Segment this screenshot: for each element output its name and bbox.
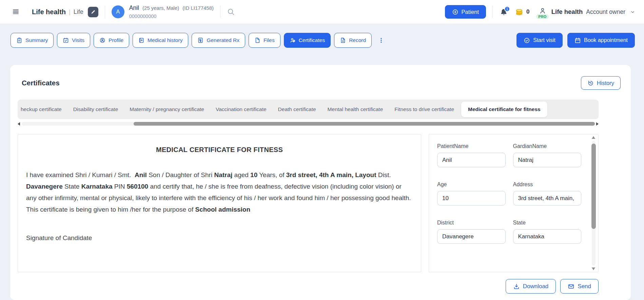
file-plus-icon	[340, 37, 346, 43]
field-label: PatientName	[437, 143, 506, 149]
scroll-right-arrow[interactable]	[596, 122, 599, 126]
field-state: State	[513, 220, 582, 244]
credits-count: 0	[526, 8, 529, 15]
book-appointment-label: Book appointment	[584, 37, 628, 43]
patient-tab-list: SummaryVisitsProfileMedical historyGener…	[11, 33, 375, 48]
check-circle-icon	[524, 37, 530, 44]
send-button[interactable]: Send	[560, 279, 599, 294]
divider	[492, 6, 493, 18]
tab-label: Visits	[72, 37, 84, 43]
tab-certificates[interactable]: Certificates	[284, 33, 331, 48]
certificate-text-segment: School admission	[195, 206, 250, 213]
scroll-down-arrow[interactable]	[592, 267, 595, 270]
start-visit-label: Start visit	[533, 37, 555, 43]
field-patientname: PatientName	[437, 143, 506, 167]
tab-record[interactable]: Record	[334, 33, 372, 48]
patient-phone: 0000000000	[129, 13, 214, 19]
person-circle-icon	[99, 37, 105, 43]
hamburger-menu-button[interactable]	[9, 5, 22, 19]
field-address: Address	[513, 181, 582, 206]
certificate-tab-fitness-to-drive-certificate[interactable]: Fitness to drive certificate	[389, 100, 460, 119]
certificate-text-segment: aged	[232, 171, 250, 178]
history-button[interactable]: History	[581, 76, 621, 90]
tab-generated-rx[interactable]: Generated Rx	[192, 33, 245, 48]
search-button[interactable]	[227, 8, 235, 16]
edit-clinic-button[interactable]	[88, 7, 98, 17]
field-label: District	[437, 220, 506, 226]
certificate-tab-death-certificate[interactable]: Death certificate	[272, 100, 322, 119]
start-visit-button[interactable]: Start visit	[516, 33, 563, 48]
clinic-divider: |	[69, 8, 71, 16]
patient-tab-bar: SummaryVisitsProfileMedical historyGener…	[0, 24, 644, 48]
certificate-text-segment: Son / Daughter of Shri	[147, 171, 214, 178]
send-icon	[568, 283, 574, 290]
divider	[105, 6, 105, 18]
certificate-type-tabs: heckup certificateDisability certificate…	[18, 100, 599, 119]
calendar-check-icon	[63, 37, 69, 43]
scroll-up-arrow[interactable]	[592, 136, 595, 139]
age-input[interactable]	[437, 191, 506, 206]
scrollbar-thumb[interactable]	[134, 122, 595, 126]
certificate-tab-heckup-certificate[interactable]: heckup certificate	[18, 100, 67, 119]
certificate-text-segment: I have examined Shri / Kumari / Smt.	[26, 171, 135, 178]
certificate-tab-mental-health-certificate[interactable]: Mental health certificate	[322, 100, 389, 119]
certificate-form: PatientNameGardianNameAgeAddressDistrict…	[429, 134, 599, 272]
scrollbar-thumb[interactable]	[591, 144, 596, 229]
patientname-input[interactable]	[437, 153, 506, 167]
pro-badge: PRO	[536, 14, 548, 19]
chevron-down-icon	[630, 9, 635, 15]
certificate-tab-medical-certificate-for-fitness[interactable]: Medical certificate for fitness	[461, 102, 547, 117]
coins-icon	[515, 7, 524, 16]
address-input[interactable]	[513, 191, 582, 206]
download-label: Download	[523, 283, 549, 290]
certificate-text-segment: 560100	[127, 183, 148, 190]
field-label: Age	[437, 181, 506, 188]
certificate-preview: MEDICAL CERTIFICATE FOR FITNESS I have e…	[18, 134, 421, 272]
certificate-body: I have examined Shri / Kumari / Smt. Ani…	[26, 169, 413, 215]
download-button[interactable]: Download	[506, 279, 556, 294]
kebab-icon	[378, 37, 385, 44]
patient-avatar[interactable]: A	[112, 5, 124, 18]
certificate-text-segment: State	[63, 183, 81, 190]
history-icon	[587, 80, 594, 86]
state-input[interactable]	[513, 229, 582, 244]
gardianname-input[interactable]	[513, 153, 582, 167]
clinic-subtitle: Life	[74, 8, 83, 16]
tab-medical-history[interactable]: Medical history	[133, 33, 188, 48]
certificate-tabs-scrollbar	[18, 122, 599, 126]
account-menu[interactable]: PRO Life health Account owner	[536, 5, 635, 19]
person-icon	[539, 7, 546, 15]
patient-info: Anil (25 years, Male) (ID LI177458) 0000…	[129, 4, 214, 20]
calendar-icon	[574, 37, 581, 44]
book-appointment-button[interactable]: Book appointment	[567, 33, 635, 48]
tab-label: Summary	[25, 37, 48, 43]
tab-summary[interactable]: Summary	[11, 33, 54, 48]
patient-meta: (25 years, Male)	[142, 5, 179, 12]
notifications-button[interactable]: 1	[500, 8, 508, 16]
add-patient-label: Patient	[462, 9, 479, 15]
district-input[interactable]	[437, 229, 506, 244]
page-title: Certificates	[22, 79, 60, 87]
certificate-title: MEDICAL CERTIFICATE FOR FITNESS	[26, 146, 413, 154]
certificate-tab-disability-certificate[interactable]: Disability certificate	[67, 100, 124, 119]
credits-button[interactable]: 0	[515, 7, 529, 16]
divider	[220, 6, 220, 18]
tab-label: Files	[264, 37, 275, 43]
add-patient-button[interactable]: Patient	[445, 5, 486, 19]
certificate-text-segment: 10	[250, 171, 257, 178]
patient-id: (ID LI177458)	[182, 5, 214, 12]
more-options-button[interactable]	[378, 37, 385, 44]
certificate-text-segment: Karnataka	[81, 183, 113, 190]
certificate-text-segment: 3rd street, 4th A main, Layout	[286, 171, 376, 178]
certificate-icon	[290, 37, 296, 43]
tab-files[interactable]: Files	[249, 33, 280, 48]
tab-visits[interactable]: Visits	[57, 33, 90, 48]
certificate-tab-vaccination-certificate[interactable]: Vaccination certificate	[210, 100, 272, 119]
certificate-text-segment: Years, of	[257, 171, 286, 178]
patient-name: Anil	[129, 4, 139, 12]
scroll-left-arrow[interactable]	[18, 122, 20, 126]
certificate-tab-maternity-pregnancy-certificate[interactable]: Maternity / pregnancy certificate	[124, 100, 210, 119]
certificate-text-segment: Davanegere	[26, 183, 63, 190]
certificate-form-grid: PatientNameGardianNameAgeAddressDistrict…	[437, 143, 581, 244]
tab-profile[interactable]: Profile	[94, 33, 129, 48]
